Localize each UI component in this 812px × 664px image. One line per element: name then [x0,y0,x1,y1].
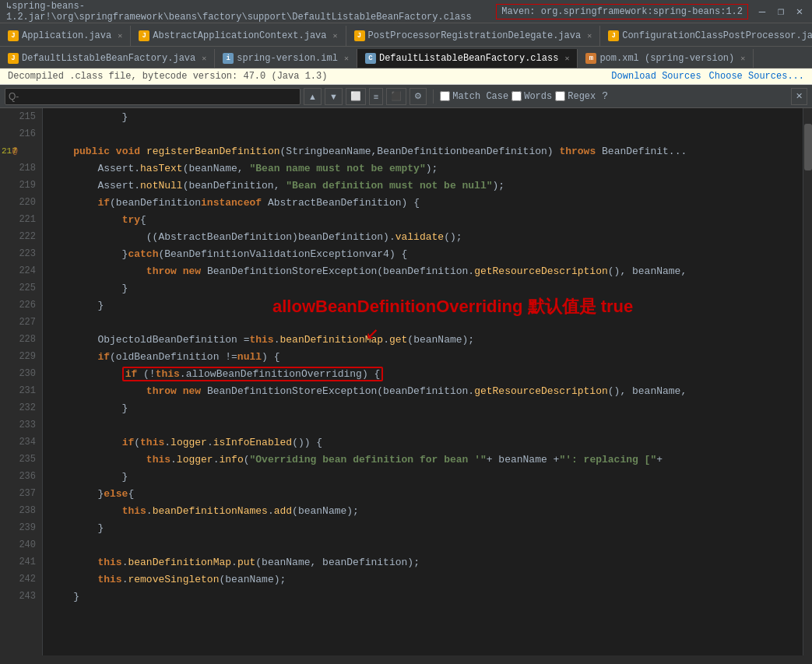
tab-abstract-app-ctx[interactable]: J AbstractApplicationContext.java ✕ [131,26,346,46]
gutter-217: 217 @ [0,142,42,160]
tab-label: PostProcessorRegistrationDelegate.java [368,30,582,41]
code-line-221: try { [49,211,803,228]
funnel-button[interactable]: ⬛ [386,88,406,105]
tab-label: spring-version.iml [237,53,338,64]
match-case-label: Match Case [452,91,508,102]
gutter-237: 237 [0,485,42,502]
decompiled-info-text: Decompiled .class file, bytecode version… [8,71,327,82]
gutter-234: 234 [0,434,42,451]
code-line-218: Assert.hasText(beanName, "Bean name must… [49,160,803,177]
java-icon: J [8,53,19,64]
java-icon: J [8,30,19,41]
tab-config-class-post[interactable]: J ConfigurationClassPostProcessor.java ✕ [600,26,812,46]
iml-icon: i [223,53,234,64]
gutter-229: 229 [0,348,42,365]
code-line-237: } else { [49,485,803,502]
java-icon: J [354,30,365,41]
gutter-226: 226 [0,297,42,314]
gutter-236: 236 [0,468,42,485]
match-case-option[interactable]: Match Case [440,91,508,102]
download-sources-link[interactable]: Download Sources [611,71,701,82]
code-line-226: } [49,297,803,314]
maven-label: Maven: org.springframework:spring-beans:… [496,4,748,19]
code-editor[interactable]: } public void registerBeanDefinition(Str… [43,108,803,655]
gutter-228: 228 [0,331,42,348]
code-line-215: } [49,108,803,125]
gutter-241: 241 [0,553,42,571]
gutter-242: 242 [0,571,42,588]
code-line-233 [49,416,803,434]
tab-bar-row2: J DefaultListableBeanFactory.java ✕ i sp… [0,47,812,69]
tab-close-icon[interactable]: ✕ [564,54,569,63]
gutter-216: 216 [0,125,42,142]
close-button[interactable]: ✕ [793,5,806,18]
tab-close-icon[interactable]: ✕ [587,31,592,40]
window-controls: — ❐ ✕ [756,5,806,18]
gutter-233: 233 [0,416,42,434]
regex-option[interactable]: Regex [555,91,596,102]
next-match-button[interactable]: ▼ [325,88,343,105]
filter-button[interactable]: ≡ [369,88,383,105]
help-label[interactable]: ? [602,90,608,102]
search-input[interactable] [9,91,297,102]
words-checkbox[interactable] [511,91,522,101]
tab-default-listable-class[interactable]: C DefaultListableBeanFactory.class ✕ [357,49,578,68]
choose-sources-link[interactable]: Choose Sources... [709,71,804,82]
settings-button[interactable]: ⚙ [410,88,427,105]
gutter-215: 215 [0,108,42,125]
tab-spring-version-iml[interactable]: i spring-version.iml ✕ [215,49,357,68]
tab-close-icon[interactable]: ✕ [333,31,338,40]
tab-pom-xml[interactable]: m pom.xml (spring-version) ✕ [578,49,754,68]
gutter-231: 231 [0,382,42,399]
info-bar: Decompiled .class file, bytecode version… [0,69,812,85]
gutter-240: 240 [0,536,42,553]
code-line-242: this.removeSingleton(beanName); [49,571,803,588]
code-line-235: this.logger.info("Overriding bean defini… [49,451,803,468]
line-number-gutter: 215 216 217 @ 218 219 220 221 222 223 22… [0,108,43,655]
tab-application-java[interactable]: J Application.java ✕ [0,26,131,46]
tab-label: AbstractApplicationContext.java [153,30,326,41]
code-line-239: } [49,519,803,536]
expand-button[interactable]: ⬜ [346,88,366,105]
gutter-222: 222 [0,228,42,245]
code-line-231: throw new BeanDefinitionStoreException(b… [49,382,803,399]
match-case-checkbox[interactable] [440,91,450,101]
tab-close-icon[interactable]: ✕ [118,31,122,40]
tab-close-icon[interactable]: ✕ [740,54,745,63]
info-bar-links: Download Sources Choose Sources... [611,71,804,82]
tab-postprocessor-delegate[interactable]: J PostProcessorRegistrationDelegate.java… [346,26,601,46]
title-bar: ↳spring-beans-1.2.jar!\org\springframewo… [0,0,812,23]
words-label: Words [524,91,552,102]
tab-default-listable-java[interactable]: J DefaultListableBeanFactory.java ✕ [0,49,215,68]
vertical-scrollbar[interactable] [803,108,812,655]
code-line-241: this.beanDefinitionMap.put(beanName, bea… [49,553,803,571]
divider [433,90,434,104]
search-input-wrap[interactable] [5,88,301,105]
gutter-223: 223 [0,245,42,262]
minimize-button[interactable]: — [756,5,768,18]
gutter-239: 239 [0,519,42,536]
code-line-222: ((AbstractBeanDefinition)beanDefinition)… [49,228,803,245]
code-line-243: } [49,588,803,605]
maximize-button[interactable]: ❐ [775,5,787,18]
close-search-button[interactable]: ✕ [791,88,807,105]
tab-label: DefaultListableBeanFactory.java [22,53,195,64]
pom-icon: m [585,53,596,64]
gutter-218: 218 [0,160,42,177]
gutter-225: 225 [0,279,42,297]
gutter-219: 219 [0,177,42,194]
tab-close-icon[interactable]: ✕ [202,54,206,63]
code-area: allowBeanDefinitionOverriding 默认值是 true … [0,108,812,655]
tab-label: Application.java [22,30,111,41]
code-line-217: public void registerBeanDefinition(Strin… [49,142,803,160]
code-line-224: throw new BeanDefinitionStoreException(b… [49,262,803,279]
tab-label: pom.xml (spring-version) [599,53,734,64]
words-option[interactable]: Words [511,91,552,102]
prev-match-button[interactable]: ▲ [304,88,322,105]
code-line-234: if (this.logger.isInfoEnabled()) { [49,434,803,451]
tab-close-icon[interactable]: ✕ [344,54,349,63]
gutter-224: 224 [0,262,42,279]
regex-checkbox[interactable] [555,91,565,101]
code-line-225: } [49,279,803,297]
scrollbar-thumb[interactable] [804,124,812,170]
